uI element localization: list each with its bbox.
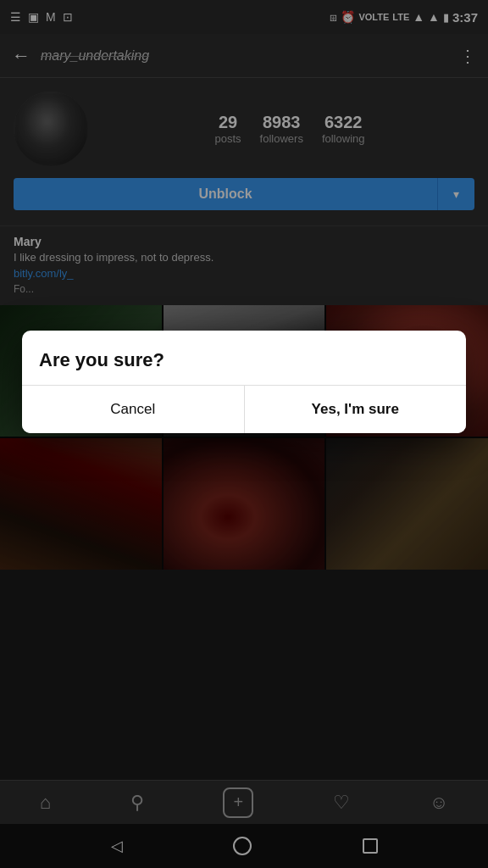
- dialog-overlay: [0, 0, 488, 868]
- confirmation-dialog: Are you sure? Cancel Yes, I'm sure: [22, 331, 466, 433]
- dialog-title: Are you sure?: [22, 331, 466, 386]
- confirm-button[interactable]: Yes, I'm sure: [245, 386, 467, 433]
- dialog-buttons: Cancel Yes, I'm sure: [22, 386, 466, 433]
- cancel-button[interactable]: Cancel: [22, 386, 245, 433]
